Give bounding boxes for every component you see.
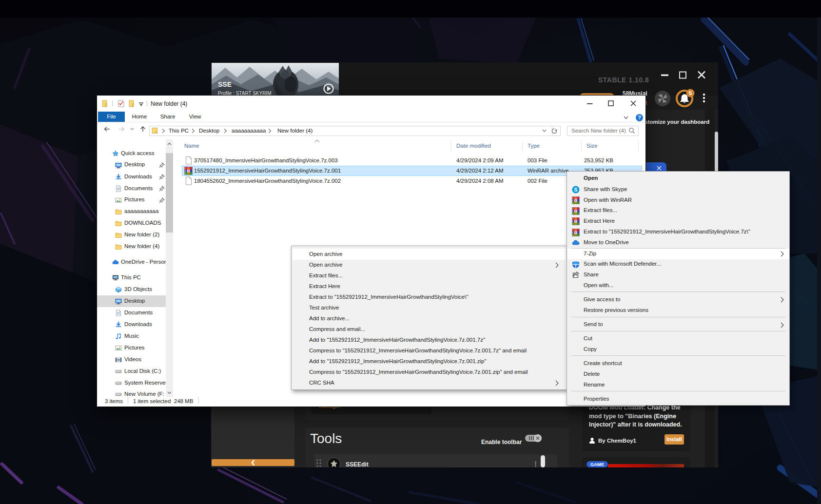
svg-text:S: S — [574, 187, 577, 193]
svg-text:SSE: SSE — [218, 80, 232, 88]
svg-text:Profile : START SKYRIM: Profile : START SKYRIM — [218, 91, 271, 96]
svg-text:5: 5 — [689, 90, 692, 96]
